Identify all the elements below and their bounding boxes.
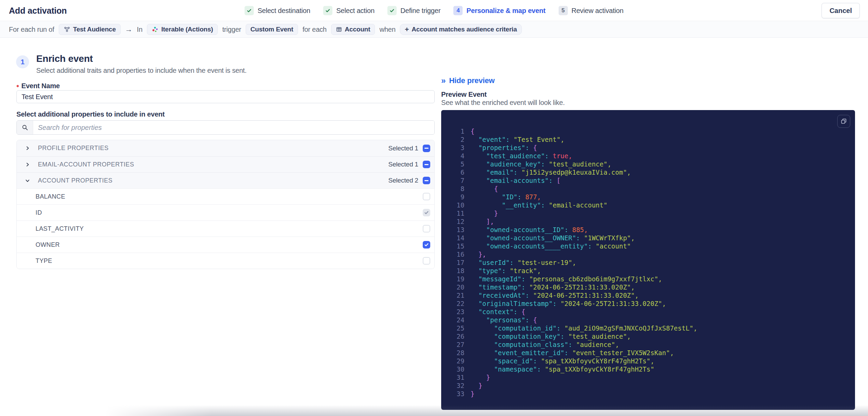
cancel-button[interactable]: Cancel bbox=[822, 3, 860, 18]
stepper: Select destination Select action Define … bbox=[245, 6, 624, 15]
code-line: 1{ bbox=[450, 127, 850, 135]
property-checkbox[interactable] bbox=[423, 241, 430, 249]
property-label: BALANCE bbox=[36, 193, 65, 200]
event-chip[interactable]: Custom Event bbox=[246, 24, 298, 35]
code-line: 2 "event": "Test Event", bbox=[450, 135, 850, 144]
line-content: "event_emitter_id": "event_tester_IVX5W2… bbox=[471, 349, 674, 357]
code-line: 19 "messageId": "personas_cb6zdbo6im9g7x… bbox=[450, 275, 850, 283]
line-content: "__entity": "email-account" bbox=[471, 201, 607, 209]
code-line: 13 "owned-accounts__ID": 885, bbox=[450, 226, 850, 234]
step-number-badge: 5 bbox=[558, 6, 568, 15]
hide-preview-link[interactable]: » Hide preview bbox=[441, 76, 494, 85]
chevron-down-icon bbox=[25, 178, 30, 183]
code-line: 32 } bbox=[450, 381, 850, 390]
line-number: 7 bbox=[450, 176, 464, 185]
property-checkbox[interactable] bbox=[423, 225, 430, 232]
code-line: 26 "computation_key": "test_audience", bbox=[450, 332, 850, 340]
property-search bbox=[16, 120, 435, 135]
collapse-panel-icon: » bbox=[441, 76, 446, 85]
line-content: "test_audience": true, bbox=[471, 152, 572, 160]
line-content: } bbox=[471, 390, 474, 398]
line-content: } bbox=[471, 373, 490, 381]
line-content: ], bbox=[471, 217, 494, 226]
line-content: "computation_id": "aud_2iO9m2gSFmJNXCoQJ… bbox=[471, 324, 697, 332]
required-marker-icon: • bbox=[16, 84, 19, 88]
line-number: 16 bbox=[450, 250, 464, 258]
code-line: 6 "email": "j15i2ysedp@k1euxaIVia.com", bbox=[450, 168, 850, 176]
preview-title: Preview Event bbox=[441, 91, 487, 98]
copy-button[interactable] bbox=[837, 115, 850, 128]
property-row[interactable]: ID bbox=[17, 204, 434, 220]
line-content: { bbox=[471, 185, 498, 193]
chevron-right-icon bbox=[25, 146, 30, 151]
property-label: LAST_ACTIVITY bbox=[36, 225, 84, 232]
line-number: 2 bbox=[450, 135, 464, 144]
destination-chip-label: Iterable (Actions) bbox=[161, 26, 213, 33]
line-number: 8 bbox=[450, 185, 464, 193]
property-label: ID bbox=[36, 209, 42, 216]
step-personalize-map-event[interactable]: 4 Personalize & map event bbox=[453, 6, 545, 15]
line-content: } bbox=[471, 209, 498, 217]
selected-count: Selected 1 bbox=[388, 145, 418, 152]
code-line: 24 "personas": { bbox=[450, 316, 850, 324]
line-number: 21 bbox=[450, 291, 464, 299]
property-group-header-profile[interactable]: PROFILE PROPERTIES Selected 1 bbox=[17, 140, 434, 156]
property-row[interactable]: BALANCE bbox=[17, 188, 434, 204]
step-define-trigger[interactable]: Define trigger bbox=[388, 6, 440, 15]
code-line: 21 "receivedAt": "2024-06-25T21:31:33.02… bbox=[450, 291, 850, 299]
line-content: "userId": "test-user-19", bbox=[471, 258, 576, 267]
line-number: 11 bbox=[450, 209, 464, 217]
property-search-input[interactable] bbox=[33, 121, 434, 134]
line-number: 31 bbox=[450, 373, 464, 381]
chevron-right-icon bbox=[25, 162, 30, 167]
group-checkbox[interactable] bbox=[423, 177, 430, 184]
property-row[interactable]: OWNER bbox=[17, 237, 434, 253]
entity-chip[interactable]: Account bbox=[331, 24, 375, 35]
step-select-action[interactable]: Select action bbox=[323, 6, 375, 15]
property-group-header-email-account[interactable]: EMAIL-ACCOUNT PROPERTIES Selected 1 bbox=[17, 156, 434, 172]
property-row[interactable]: LAST_ACTIVITY bbox=[17, 220, 434, 237]
event-name-input[interactable] bbox=[16, 90, 435, 103]
line-number: 15 bbox=[450, 242, 464, 250]
line-number: 29 bbox=[450, 357, 464, 365]
line-content: "email": "j15i2ysedp@k1euxaIVia.com", bbox=[471, 168, 631, 176]
criteria-chip[interactable]: + Account matches audience criteria bbox=[400, 24, 521, 35]
entity-chip-label: Account bbox=[345, 26, 370, 33]
step-select-destination[interactable]: Select destination bbox=[245, 6, 310, 15]
line-number: 28 bbox=[450, 349, 464, 357]
code-line: 3 "properties": { bbox=[450, 144, 850, 152]
line-number: 33 bbox=[450, 390, 464, 398]
step-label: Define trigger bbox=[401, 6, 440, 14]
property-group-header-account[interactable]: ACCOUNT PROPERTIES Selected 2 bbox=[17, 172, 434, 188]
additional-properties-label: Select additional properties to include … bbox=[16, 110, 165, 118]
destination-chip[interactable]: Iterable (Actions) bbox=[147, 24, 218, 35]
line-number: 26 bbox=[450, 332, 464, 340]
event-chip-label: Custom Event bbox=[250, 26, 293, 33]
code-line: 7 "email-accounts": [ bbox=[450, 176, 850, 185]
iterable-logo-icon bbox=[152, 26, 159, 33]
code-line: 33} bbox=[450, 390, 850, 398]
code-line: 14 "owned-accounts__OWNER": "1WCWrTXfkp"… bbox=[450, 234, 850, 242]
line-number: 18 bbox=[450, 267, 464, 275]
audience-icon bbox=[64, 26, 70, 33]
code-line: 4 "test_audience": true, bbox=[450, 152, 850, 160]
line-content: "owned-accounts__OWNER": "1WCWrTXfkp", bbox=[471, 234, 635, 242]
line-content: "messageId": "personas_cb6zdbo6im9g7xxf7… bbox=[471, 275, 662, 283]
line-content: "timestamp": "2024-06-25T21:31:33.020Z", bbox=[471, 283, 635, 291]
property-label: TYPE bbox=[36, 257, 52, 265]
line-content: { bbox=[471, 127, 474, 135]
search-icon bbox=[17, 121, 33, 134]
group-checkbox[interactable] bbox=[423, 145, 430, 152]
step-review-activation[interactable]: 5 Review activation bbox=[558, 6, 623, 15]
step-label: Select action bbox=[336, 6, 375, 14]
arrow-right-icon: → bbox=[125, 25, 133, 34]
audience-chip[interactable]: Test Audience bbox=[59, 24, 121, 35]
property-row[interactable]: TYPE bbox=[17, 253, 434, 269]
line-number: 32 bbox=[450, 381, 464, 390]
property-checkbox[interactable] bbox=[423, 257, 430, 265]
property-checkbox[interactable] bbox=[423, 193, 430, 200]
line-number: 23 bbox=[450, 308, 464, 316]
line-number: 6 bbox=[450, 168, 464, 176]
group-checkbox[interactable] bbox=[423, 161, 430, 168]
code-line: 17 "userId": "test-user-19", bbox=[450, 258, 850, 267]
